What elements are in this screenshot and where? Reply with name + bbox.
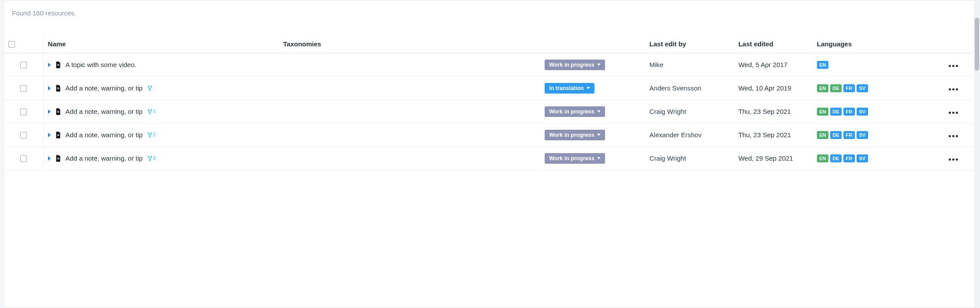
status-label: Work in progress bbox=[549, 155, 594, 162]
lang-badge-sv[interactable]: SV bbox=[857, 84, 868, 92]
results-summary: Found 160 resources. bbox=[4, 0, 976, 34]
svg-point-2 bbox=[149, 89, 150, 90]
resource-name[interactable]: A topic with some video. bbox=[66, 61, 137, 68]
table-row: Add a note, warning, or tip2Work in prog… bbox=[4, 123, 976, 146]
scrollbar-thumb[interactable] bbox=[975, 18, 979, 71]
status-dropdown[interactable]: In translation bbox=[545, 83, 594, 94]
status-dropdown[interactable]: Work in progress bbox=[545, 106, 605, 117]
header-name: Name bbox=[43, 34, 278, 53]
lang-badge-fr[interactable]: FR bbox=[843, 154, 855, 162]
svg-point-11 bbox=[149, 159, 150, 161]
status-label: Work in progress bbox=[549, 109, 594, 115]
lang-badge-de[interactable]: DE bbox=[830, 154, 842, 162]
taxonomies-cell bbox=[278, 76, 540, 100]
more-actions-icon[interactable] bbox=[947, 63, 960, 69]
svg-point-7 bbox=[150, 132, 152, 134]
language-badges: EN bbox=[817, 61, 926, 69]
last-edited-date: Wed, 29 Sep 2021 bbox=[734, 146, 813, 170]
header-last-edited: Last edited bbox=[734, 34, 813, 53]
lang-badge-en[interactable]: EN bbox=[817, 84, 828, 92]
fork-icon: 1 bbox=[147, 109, 156, 115]
row-checkbox[interactable] bbox=[20, 155, 27, 162]
lang-badge-en[interactable]: EN bbox=[817, 108, 828, 116]
more-actions-icon[interactable] bbox=[947, 110, 960, 116]
taxonomies-cell bbox=[278, 146, 540, 170]
lang-badge-en[interactable]: EN bbox=[817, 61, 828, 69]
svg-point-0 bbox=[148, 86, 149, 87]
lang-badge-en[interactable]: EN bbox=[817, 131, 828, 139]
taxonomies-cell bbox=[278, 53, 540, 76]
status-label: In translation bbox=[549, 85, 583, 91]
document-icon bbox=[54, 84, 62, 92]
resource-name[interactable]: Add a note, warning, or tip bbox=[66, 154, 143, 162]
status-dropdown[interactable]: Work in progress bbox=[545, 60, 605, 70]
last-edited-date: Wed, 10 Apr 2019 bbox=[734, 76, 813, 100]
table-row: Add a note, warning, or tipIn translatio… bbox=[4, 76, 976, 100]
last-edit-by: Mike bbox=[645, 53, 734, 76]
last-edited-date: Thu, 23 Sep 2021 bbox=[734, 100, 813, 123]
chevron-down-icon bbox=[597, 110, 601, 113]
table-row: A topic with some video.Work in progress… bbox=[4, 53, 976, 76]
svg-point-6 bbox=[148, 132, 149, 134]
header-languages: Languages bbox=[813, 34, 930, 53]
taxonomies-cell bbox=[278, 100, 540, 123]
svg-point-1 bbox=[150, 86, 152, 87]
expand-caret-icon[interactable] bbox=[48, 156, 51, 161]
document-icon bbox=[54, 108, 62, 116]
lang-badge-de[interactable]: DE bbox=[830, 108, 842, 116]
more-actions-icon[interactable] bbox=[947, 133, 960, 139]
row-checkbox[interactable] bbox=[20, 109, 27, 115]
header-status bbox=[540, 34, 645, 53]
taxonomies-cell bbox=[278, 123, 540, 146]
lang-badge-fr[interactable]: FR bbox=[843, 131, 855, 139]
language-badges: ENDEFRSV bbox=[817, 84, 926, 92]
lang-badge-sv[interactable]: SV bbox=[857, 108, 868, 116]
last-edit-by: Craig Wright bbox=[645, 100, 734, 123]
resource-name[interactable]: Add a note, warning, or tip bbox=[66, 108, 143, 115]
fork-icon bbox=[147, 85, 152, 91]
document-icon bbox=[54, 131, 62, 139]
language-badges: ENDEFRSV bbox=[817, 154, 926, 162]
status-dropdown[interactable]: Work in progress bbox=[545, 153, 605, 164]
document-icon bbox=[54, 61, 62, 69]
more-actions-icon[interactable] bbox=[947, 157, 960, 162]
expand-caret-icon[interactable] bbox=[48, 86, 51, 90]
lang-badge-de[interactable]: DE bbox=[830, 84, 842, 92]
table-row: Add a note, warning, or tip3Work in prog… bbox=[4, 146, 976, 170]
svg-point-5 bbox=[149, 113, 150, 114]
lang-badge-sv[interactable]: SV bbox=[857, 154, 868, 162]
resource-name[interactable]: Add a note, warning, or tip bbox=[66, 131, 143, 139]
chevron-down-icon bbox=[597, 64, 601, 66]
svg-point-8 bbox=[149, 136, 150, 137]
row-checkbox[interactable] bbox=[20, 85, 27, 92]
vertical-scrollbar[interactable] bbox=[974, 0, 980, 308]
select-all-checkbox[interactable] bbox=[8, 41, 15, 48]
document-icon bbox=[54, 154, 62, 162]
lang-badge-en[interactable]: EN bbox=[817, 154, 828, 162]
row-checkbox[interactable] bbox=[20, 62, 27, 68]
last-edit-by: Anders Svensson bbox=[645, 76, 734, 100]
resource-name[interactable]: Add a note, warning, or tip bbox=[66, 84, 143, 92]
expand-caret-icon[interactable] bbox=[48, 63, 51, 67]
svg-point-9 bbox=[148, 156, 149, 157]
status-label: Work in progress bbox=[549, 132, 594, 138]
status-dropdown[interactable]: Work in progress bbox=[545, 130, 605, 140]
lang-badge-sv[interactable]: SV bbox=[857, 131, 868, 139]
header-last-edit-by: Last edit by bbox=[645, 34, 734, 53]
expand-caret-icon[interactable] bbox=[48, 109, 51, 114]
last-edit-by: Alexander Ershov bbox=[645, 123, 734, 146]
fork-icon: 3 bbox=[147, 155, 156, 162]
lang-badge-de[interactable]: DE bbox=[830, 131, 842, 139]
resources-table: Name Taxonomies Last edit by Last edited… bbox=[4, 34, 976, 170]
svg-point-10 bbox=[150, 156, 152, 157]
more-actions-icon[interactable] bbox=[947, 86, 960, 92]
language-badges: ENDEFRSV bbox=[817, 108, 926, 116]
last-edit-by: Craig Wright bbox=[645, 146, 734, 170]
lang-badge-fr[interactable]: FR bbox=[843, 108, 855, 116]
lang-badge-fr[interactable]: FR bbox=[843, 84, 855, 92]
row-checkbox[interactable] bbox=[20, 132, 27, 139]
chevron-down-icon bbox=[587, 87, 590, 89]
chevron-down-icon bbox=[597, 157, 601, 159]
header-actions bbox=[930, 34, 976, 53]
expand-caret-icon[interactable] bbox=[48, 133, 51, 137]
